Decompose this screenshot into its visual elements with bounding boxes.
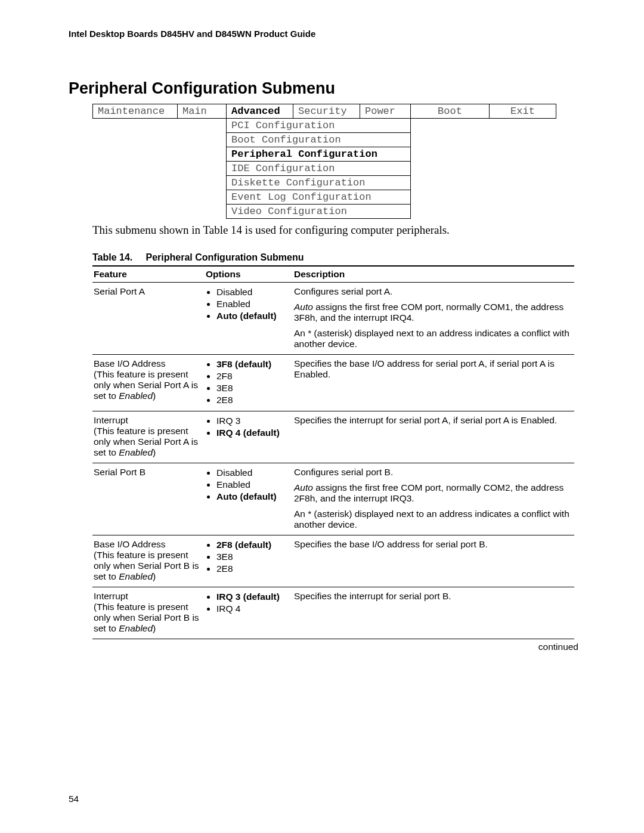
intro-text: This submenu shown in Table 14 is used f… (92, 224, 578, 237)
option-item: 2E8 (216, 563, 289, 575)
cell-options: IRQ 3IRQ 4 (default) (205, 411, 293, 463)
option-item: IRQ 3 (default) (216, 591, 289, 603)
cell-description: Specifies the interrupt for serial port … (293, 587, 574, 639)
nav-tab: Advanced (227, 104, 293, 119)
option-item: 2F8 (default) (216, 539, 289, 551)
col-feature: Feature (92, 266, 205, 283)
table-row: Base I/O Address(This feature is present… (92, 355, 574, 411)
table-row: Interrupt(This feature is present only w… (92, 411, 574, 463)
option-item: IRQ 3 (216, 415, 289, 427)
cell-description: Specifies the base I/O address for seria… (293, 355, 574, 411)
section-title: Peripheral Configuration Submenu (69, 79, 578, 98)
cell-options: DisabledEnabledAuto (default) (205, 283, 293, 355)
cell-feature: Serial Port A (92, 283, 205, 355)
table-row: Serial Port ADisabledEnabledAuto (defaul… (92, 283, 574, 355)
nav-tab: Power (360, 104, 411, 119)
nav-tab: Main (178, 104, 227, 119)
option-item: Disabled (216, 286, 289, 298)
option-item: Enabled (216, 298, 289, 310)
option-item: Disabled (216, 467, 289, 479)
option-item: 2F8 (216, 370, 289, 382)
cell-description: Configures serial port A.Auto assigns th… (293, 283, 574, 355)
cell-description: Specifies the interrupt for serial port … (293, 411, 574, 463)
option-item: 2E8 (216, 394, 289, 406)
cell-feature: Base I/O Address(This feature is present… (92, 535, 205, 587)
continued-label: continued (0, 642, 578, 652)
nav-submenu-item: Boot Configuration (227, 133, 411, 147)
nav-submenu-item: PCI Configuration (227, 119, 411, 133)
cell-options: DisabledEnabledAuto (default) (205, 463, 293, 535)
cell-options: 3F8 (default)2F83E82E8 (205, 355, 293, 411)
bios-nav: MaintenanceMainAdvancedSecurityPowerBoot… (92, 104, 556, 219)
cell-feature: Interrupt(This feature is present only w… (92, 411, 205, 463)
table-row: Serial Port BDisabledEnabledAuto (defaul… (92, 463, 574, 535)
doc-header: Intel Desktop Boards D845HV and D845WN P… (69, 29, 578, 39)
option-item: 3E8 (216, 551, 289, 563)
option-item: Auto (default) (216, 491, 289, 503)
cell-feature: Base I/O Address(This feature is present… (92, 355, 205, 411)
page-number: 54 (69, 794, 79, 804)
option-item: 3E8 (216, 382, 289, 394)
option-item: 3F8 (default) (216, 358, 289, 370)
cell-options: 2F8 (default)3E82E8 (205, 535, 293, 587)
cell-options: IRQ 3 (default)IRQ 4 (205, 587, 293, 639)
option-item: Enabled (216, 479, 289, 491)
col-options: Options (205, 266, 293, 283)
spec-table: Feature Options Description Serial Port … (92, 265, 574, 639)
table-caption: Table 14. Peripheral Configuration Subme… (92, 252, 578, 263)
cell-feature: Interrupt(This feature is present only w… (92, 587, 205, 639)
caption-title: Peripheral Configuration Submenu (146, 252, 304, 262)
option-item: IRQ 4 (216, 603, 289, 615)
cell-feature: Serial Port B (92, 463, 205, 535)
nav-submenu-item: Peripheral Configuration (227, 147, 411, 162)
nav-tab: Exit (490, 104, 556, 119)
option-item: IRQ 4 (default) (216, 427, 289, 439)
caption-prefix: Table 14. (92, 252, 132, 262)
nav-tab: Security (293, 104, 360, 119)
table-row: Base I/O Address(This feature is present… (92, 535, 574, 587)
nav-submenu-item: Event Log Configuration (227, 190, 411, 205)
nav-submenu-item: Diskette Configuration (227, 176, 411, 190)
option-item: Auto (default) (216, 310, 289, 322)
nav-submenu-item: IDE Configuration (227, 162, 411, 176)
table-row: Interrupt(This feature is present only w… (92, 587, 574, 639)
nav-tab: Maintenance (93, 104, 178, 119)
cell-description: Specifies the base I/O address for seria… (293, 535, 574, 587)
nav-tab: Boot (411, 104, 490, 119)
nav-submenu-item: Video Configuration (227, 205, 411, 219)
cell-description: Configures serial port B.Auto assigns th… (293, 463, 574, 535)
col-description: Description (293, 266, 574, 283)
